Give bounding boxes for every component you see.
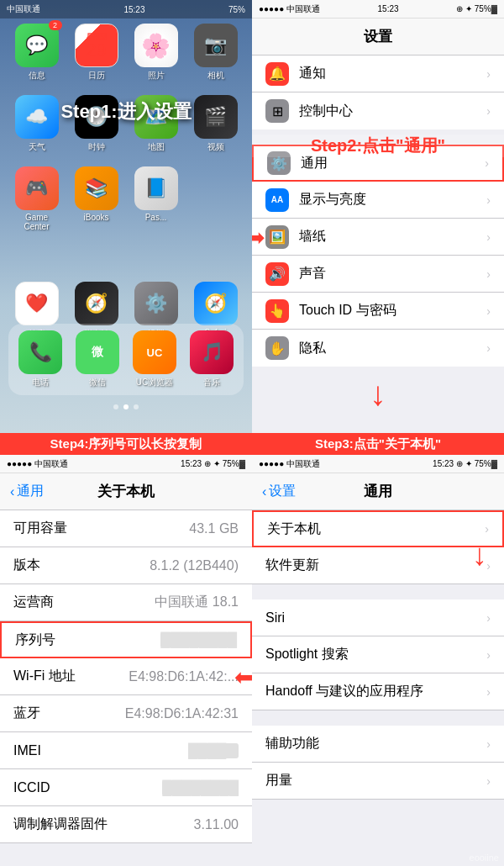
about-row-iccid: ICCID ████████	[0, 769, 252, 806]
handoff-label: Handoff 与建议的应用程序	[265, 683, 486, 700]
settings-row-display[interactable]: AA 显示与亮度 ›	[252, 182, 504, 219]
watermark: eooiine	[470, 853, 499, 863]
app-gamecenter[interactable]: 🎮 Game Center	[12, 166, 62, 231]
settings-list: 🔔 通知 › ⊞ 控制中心 › ⚙️ 通用 › AA	[252, 55, 504, 433]
wallpaper-label: 墙纸	[299, 228, 486, 246]
gamecenter-label: Game Center	[12, 213, 62, 231]
dock-phone[interactable]: 📞 电话	[15, 330, 66, 388]
general-gap-2	[252, 710, 504, 726]
privacy-icon: ✋	[265, 336, 289, 360]
notifications-chevron: ›	[486, 67, 491, 81]
uc-label: UC浏览器	[136, 377, 173, 388]
q3-nav-title: 关于本机	[97, 482, 155, 501]
app-pas[interactable]: 📘 Pas...	[131, 166, 181, 231]
q2-time: 15:23	[378, 4, 399, 13]
siri-label: Siri	[265, 610, 486, 626]
maps-label: 地图	[148, 141, 165, 153]
down-arrow-to-about: ↓	[472, 537, 487, 573]
settings-row-touchid[interactable]: 👆 Touch ID 与密码 ›	[252, 293, 504, 330]
app-calendar[interactable]: 星期四 29 日历	[71, 24, 122, 82]
general-row-update[interactable]: 软件更新 ›	[252, 547, 504, 584]
q3-nav: ‹ 通用 关于本机	[0, 473, 252, 510]
q3-icons: ⊕ ✦ 75%▓	[204, 459, 245, 468]
touchid-icon: 👆	[265, 299, 289, 323]
q4-back-button[interactable]: ‹ 设置	[262, 483, 296, 500]
general-row-usage[interactable]: 用量 ›	[252, 763, 504, 800]
messages-icon: 💬2	[15, 24, 59, 67]
sound-chevron: ›	[486, 267, 491, 281]
phone-label: 电话	[32, 377, 49, 388]
usage-chevron: ›	[486, 774, 491, 788]
general-row-siri[interactable]: Siri ›	[252, 599, 504, 636]
calendar-icon: 星期四 29	[75, 24, 118, 67]
clock-label: 时钟	[88, 141, 105, 153]
touchid-label: Touch ID 与密码	[299, 302, 486, 319]
uc-icon: UC	[133, 330, 176, 374]
imei-label: IMEI	[13, 743, 188, 758]
pas-label: Pas...	[145, 213, 167, 222]
dock-uc[interactable]: UC UC浏览器	[129, 330, 180, 388]
settings-section-1: 🔔 通知 › ⊞ 控制中心 ›	[252, 55, 504, 129]
arrow-to-wifi: ⬅	[234, 663, 252, 690]
settings-row-sound[interactable]: 🔊 声音 ›	[252, 256, 504, 293]
ibooks-label: iBooks	[83, 213, 108, 222]
general-screen: Step3:点击"关于本机" ●●●●● 中国联通 15:23 ⊕ ✦ 75%▓…	[252, 433, 504, 866]
music-icon: 🎵	[190, 330, 234, 374]
capacity-value: 43.1 GB	[189, 521, 239, 536]
q3-back-chevron: ‹	[10, 484, 14, 499]
calendar-label: 日历	[88, 70, 105, 82]
wifi-label: Wi-Fi 地址	[13, 668, 129, 685]
carrier-value: 中国联通 18.1	[155, 594, 239, 611]
step2-label: Step2:点击"通用"	[252, 135, 504, 157]
general-row-spotlight[interactable]: Spotlight 搜索 ›	[252, 636, 504, 673]
q4-time: 15:23	[433, 459, 454, 468]
notifications-icon: 🔔	[265, 62, 289, 86]
general-row-about[interactable]: 关于本机 ›	[252, 510, 504, 547]
about-row-carrier: 运营商 中国联通 18.1	[0, 584, 252, 621]
q3-status-bar: ●●●●● 中国联通 15:23 ⊕ ✦ 75%▓	[0, 455, 252, 473]
app-camera[interactable]: 📷 相机	[191, 24, 241, 82]
app-messages[interactable]: 💬2 信息	[12, 24, 62, 82]
control-chevron: ›	[486, 104, 491, 118]
home-screen: 中国联通 15:23 75% 💬2 信息 星期四 29 日历	[0, 0, 252, 433]
settings-row-wallpaper[interactable]: ➡ 🖼️ 墙纸 ›	[252, 219, 504, 256]
display-icon: AA	[265, 188, 289, 212]
step3-banner: Step3:点击"关于本机"	[252, 433, 504, 455]
sound-label: 声音	[299, 265, 486, 283]
general-list: 关于本机 › 软件更新 › Siri › Spotlight 搜索 › Hand…	[252, 510, 504, 866]
about-row-label: 关于本机	[267, 520, 485, 538]
q4-status-bar: ●●●●● 中国联通 15:23 ⊕ ✦ 75%▓	[252, 455, 504, 473]
wechat-label: 微信	[89, 377, 106, 388]
about-row-serial[interactable]: 序列号 ████████	[0, 621, 252, 658]
settings-row-control[interactable]: ⊞ 控制中心 ›	[252, 92, 504, 129]
messages-label: 信息	[29, 70, 45, 82]
q4-carrier: ●●●●● 中国联通	[259, 458, 320, 470]
settings-screen: ●●●●● 中国联通 15:23 ⊕ ✦ 75%▓ 设置 Step2:点击"通用…	[252, 0, 504, 433]
app-blank	[191, 166, 241, 231]
modem-label: 调制解调器固件	[13, 816, 194, 833]
settings-row-notifications[interactable]: 🔔 通知 ›	[252, 55, 504, 92]
iccid-label: ICCID	[13, 780, 162, 795]
q3-back-button[interactable]: ‹ 通用	[10, 483, 44, 500]
dock-wechat[interactable]: 微 微信	[72, 330, 123, 388]
app-ibooks[interactable]: 📚 iBooks	[71, 166, 122, 231]
about-row-wifi: ⬅ Wi-Fi 地址 E4:98:D6:1A:42:...	[0, 658, 252, 695]
capacity-label: 可用容量	[13, 520, 189, 537]
q1-status-bar: 中国联通 15:23 75%	[0, 0, 252, 18]
wechat-icon: 微	[76, 330, 119, 374]
q2-nav-title: 设置	[364, 27, 392, 46]
q1-time: 15:23	[123, 5, 144, 14]
q2-carrier: ●●●●● 中国联通	[259, 3, 320, 15]
control-icon: ⊞	[265, 99, 289, 123]
videos-label: 视频	[207, 141, 224, 153]
q2-nav: 设置	[252, 18, 504, 55]
app-grid: 💬2 信息 星期四 29 日历 🌸 照片 📷	[7, 24, 245, 353]
general-row-accessibility[interactable]: 辅助功能 ›	[252, 726, 504, 763]
dock-music[interactable]: 🎵 音乐	[186, 330, 237, 388]
q4-back-chevron: ‹	[262, 484, 266, 499]
general-row-handoff[interactable]: Handoff 与建议的应用程序 ›	[252, 673, 504, 710]
app-photos[interactable]: 🌸 照片	[131, 24, 181, 82]
q3-back-label: 通用	[17, 483, 44, 500]
carrier-label: 运营商	[13, 594, 155, 611]
settings-row-privacy[interactable]: ✋ 隐私 ›	[252, 330, 504, 367]
